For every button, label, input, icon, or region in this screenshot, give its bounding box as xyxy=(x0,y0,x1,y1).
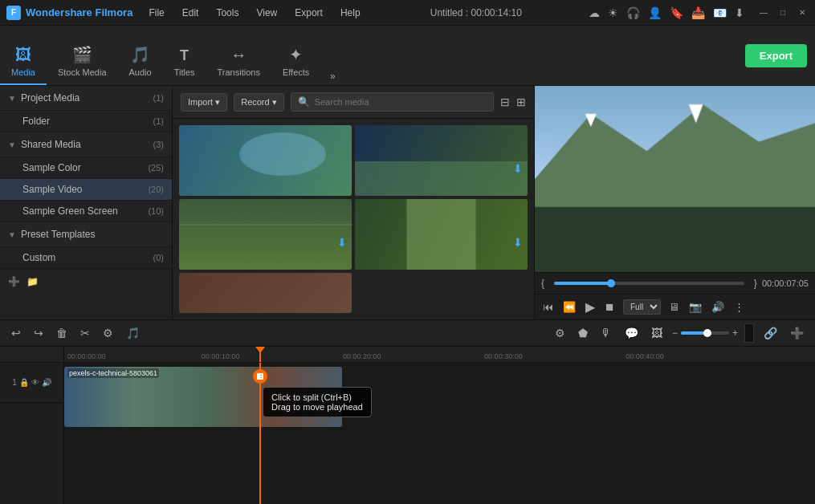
grid-view-icon[interactable]: ⊞ xyxy=(516,96,526,108)
toolbar-more-button[interactable]: » xyxy=(320,71,344,82)
tab-titles[interactable]: T Titles xyxy=(163,25,206,85)
add-media-icon[interactable]: ➕ xyxy=(8,276,20,287)
step-back-button[interactable]: ⏪ xyxy=(561,299,577,315)
tab-media-label: Media xyxy=(11,67,35,77)
app-logo: F Wondershare Filmora xyxy=(6,6,132,20)
play-button[interactable]: ▶ xyxy=(584,298,597,316)
menu-help[interactable]: Help xyxy=(337,6,364,20)
preview-progress-bar[interactable] xyxy=(554,282,744,285)
person-icon[interactable]: 👤 xyxy=(648,6,662,19)
filter-icon[interactable]: ⊟ xyxy=(500,96,510,108)
chevron-down-icon-3: ▼ xyxy=(8,230,16,239)
tab-stock-media[interactable]: 🎬 Stock Media xyxy=(47,25,118,85)
zoom-thumb[interactable] xyxy=(703,329,711,337)
zoom-plus-button[interactable]: + xyxy=(732,327,738,339)
titles-icon: T xyxy=(180,47,189,64)
sidebar-section-project-media[interactable]: ▼ Project Media (1) xyxy=(0,86,172,111)
tab-transitions-label: Transitions xyxy=(218,67,260,77)
tab-effects[interactable]: ✦ Effects xyxy=(271,25,320,85)
subtitle-icon[interactable]: 💬 xyxy=(621,325,642,341)
sidebar-item-sample-green-screen-label: Sample Green Screen xyxy=(22,205,148,217)
audio-clip-icon[interactable]: 🎵 xyxy=(123,325,143,341)
minimize-button[interactable]: — xyxy=(757,6,770,19)
track-lock-icon[interactable]: 🔒 xyxy=(19,378,29,387)
delete-button[interactable]: 🗑 xyxy=(53,325,71,341)
link-button[interactable]: 🔗 xyxy=(760,325,780,341)
sidebar-item-sample-color-label: Sample Color xyxy=(22,162,148,173)
record-button[interactable]: Record ▾ xyxy=(234,93,283,112)
media-item-travel-06[interactable]: ⬇ Travel 06 xyxy=(355,125,528,196)
cloud-icon[interactable]: ☁ xyxy=(589,6,600,19)
preview-video-canvas xyxy=(535,86,815,272)
timeline-section: ↩ ↪ 🗑 ✂ ⚙ 🎵 ⚙ ⬟ 🎙 💬 🖼 − + 🔗 ➕ xyxy=(0,319,815,504)
sidebar-item-folder-count: (1) xyxy=(153,116,164,126)
add-track-button[interactable]: ➕ xyxy=(787,325,807,341)
preview-progress-thumb[interactable] xyxy=(607,279,615,287)
media-thumb-beach-canvas xyxy=(179,125,352,196)
sidebar-item-custom[interactable]: Custom (0) xyxy=(0,247,172,269)
menu-tools[interactable]: Tools xyxy=(213,6,242,20)
snap-icon[interactable]: ⚙ xyxy=(552,325,568,341)
export-button[interactable]: Export xyxy=(745,44,807,67)
skip-back-button[interactable]: ⏮ xyxy=(541,299,555,315)
timeline-body: 1 🔒 👁 🔊 00:00:00:00 00:00:10:00 00:00:20… xyxy=(0,347,815,504)
time-mark-0: 00:00:00:00 xyxy=(67,352,106,360)
download-overlay-icon: ⬇ xyxy=(513,162,523,175)
timeline-black-toggle[interactable] xyxy=(744,323,754,343)
ruler-spacer xyxy=(0,347,63,363)
settings-button[interactable]: ⚙ xyxy=(100,325,116,341)
mask-icon[interactable]: ⬟ xyxy=(575,325,591,341)
sidebar-item-folder[interactable]: Folder (1) xyxy=(0,111,172,132)
stop-button[interactable]: ⏹ xyxy=(603,299,617,315)
menu-view[interactable]: View xyxy=(253,6,280,20)
media-item-partial[interactable] xyxy=(179,273,352,313)
menu-edit[interactable]: Edit xyxy=(179,6,202,20)
undo-button[interactable]: ↩ xyxy=(8,325,24,341)
sun-icon[interactable]: ☀ xyxy=(608,6,618,19)
cut-button[interactable]: ✂ xyxy=(77,325,93,341)
display-icon[interactable]: 🖥 xyxy=(667,299,681,315)
folder-icon[interactable]: 📁 xyxy=(26,276,39,287)
download-overlay-icon-2: ⬇ xyxy=(337,236,347,249)
media-item-beach[interactable]: Beach xyxy=(179,125,352,196)
sidebar-item-sample-video[interactable]: Sample Video (20) xyxy=(0,179,172,201)
zoom-track[interactable] xyxy=(681,331,729,335)
tab-audio[interactable]: 🎵 Audio xyxy=(118,25,163,85)
maximize-button[interactable]: □ xyxy=(776,6,789,19)
tab-transitions[interactable]: ↔ Transitions xyxy=(206,25,271,85)
sidebar-item-sample-color[interactable]: Sample Color (25) xyxy=(0,157,172,179)
import-button[interactable]: Import ▾ xyxy=(181,93,227,112)
sidebar-section-preset-templates[interactable]: ▼ Preset Templates xyxy=(0,222,172,247)
quality-select[interactable]: Full xyxy=(623,299,661,315)
close-button[interactable]: ✕ xyxy=(796,6,809,19)
zoom-minus-button[interactable]: − xyxy=(672,327,678,339)
playhead-ruler-line xyxy=(259,347,261,362)
track-label-video: 1 🔒 👁 🔊 xyxy=(0,363,63,403)
menu-export[interactable]: Export xyxy=(291,6,326,20)
media-item-travel-04[interactable]: ⬇ Travel 04 xyxy=(355,199,528,270)
redo-button[interactable]: ↪ xyxy=(31,325,47,341)
tab-media[interactable]: 🖼 Media xyxy=(0,25,47,85)
effects-icon: ✦ xyxy=(289,45,303,64)
inbox-icon[interactable]: 📥 xyxy=(691,6,705,19)
mic-icon[interactable]: 🎙 xyxy=(597,325,615,341)
search-input[interactable] xyxy=(315,97,487,107)
mail-icon[interactable]: 📧 xyxy=(713,6,727,19)
picture-icon[interactable]: 🖼 xyxy=(648,325,666,341)
track-speaker-icon[interactable]: 🔊 xyxy=(42,378,51,387)
camera-button[interactable]: 📷 xyxy=(687,299,703,315)
video-clip[interactable]: pexels-c-technical-5803061 xyxy=(64,367,342,427)
transitions-icon: ↔ xyxy=(230,46,247,64)
sidebar-section-shared-media[interactable]: ▼ Shared Media (3) xyxy=(0,132,172,157)
menu-file[interactable]: File xyxy=(145,6,167,20)
track-eye-icon[interactable]: 👁 xyxy=(31,378,39,387)
sidebar-section-shared-media-count: (3) xyxy=(153,140,164,149)
volume-icon[interactable]: 🔊 xyxy=(710,299,726,315)
headphone-icon[interactable]: 🎧 xyxy=(626,6,640,19)
more-options-icon[interactable]: ⋮ xyxy=(732,299,746,315)
sidebar-item-sample-green-screen[interactable]: Sample Green Screen (10) xyxy=(0,201,172,222)
download-icon[interactable]: ⬇ xyxy=(735,6,744,19)
sidebar-item-custom-label: Custom xyxy=(22,252,153,263)
media-item-travel-05[interactable]: ⬇ Travel 05 xyxy=(179,199,352,270)
bookmark-icon[interactable]: 🔖 xyxy=(670,6,683,19)
